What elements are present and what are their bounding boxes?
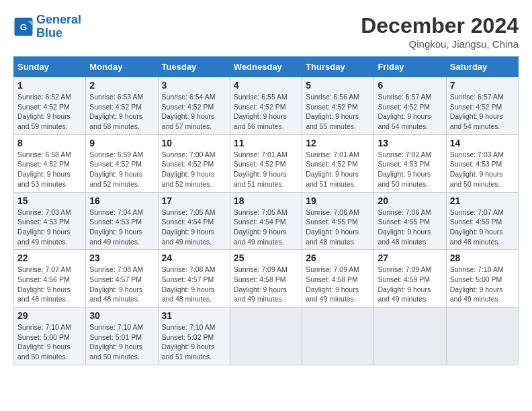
calendar-cell: 10 Sunrise: 7:00 AM Sunset: 4:52 PM Dayl… xyxy=(158,134,230,192)
week-row-5: 29 Sunrise: 7:10 AM Sunset: 5:00 PM Dayl… xyxy=(14,308,519,365)
calendar-cell xyxy=(446,308,518,365)
day-number: 19 xyxy=(306,195,370,206)
day-number: 9 xyxy=(89,138,154,148)
day-detail: Sunrise: 7:05 AM Sunset: 4:54 PM Dayligh… xyxy=(162,208,226,247)
day-number: 23 xyxy=(89,253,154,263)
day-detail: Sunrise: 7:07 AM Sunset: 4:55 PM Dayligh… xyxy=(450,208,515,247)
day-number: 8 xyxy=(17,138,82,148)
calendar-cell: 24 Sunrise: 7:08 AM Sunset: 4:57 PM Dayl… xyxy=(158,250,230,308)
day-detail: Sunrise: 6:54 AM Sunset: 4:52 PM Dayligh… xyxy=(162,92,226,132)
day-header-tuesday: Tuesday xyxy=(158,57,230,77)
calendar-cell: 26 Sunrise: 7:09 AM Sunset: 4:58 PM Dayl… xyxy=(302,250,374,308)
calendar-cell: 28 Sunrise: 7:10 AM Sunset: 5:00 PM Dayl… xyxy=(446,250,518,308)
calendar-cell: 17 Sunrise: 7:05 AM Sunset: 4:54 PM Dayl… xyxy=(158,192,230,250)
day-detail: Sunrise: 7:09 AM Sunset: 4:58 PM Dayligh… xyxy=(234,265,298,304)
calendar-cell: 9 Sunrise: 6:59 AM Sunset: 4:52 PM Dayli… xyxy=(86,134,158,192)
day-header-thursday: Thursday xyxy=(302,57,374,77)
day-detail: Sunrise: 7:10 AM Sunset: 5:01 PM Dayligh… xyxy=(89,322,154,362)
calendar-cell: 5 Sunrise: 6:56 AM Sunset: 4:52 PM Dayli… xyxy=(302,77,374,135)
logo-line1: General xyxy=(36,13,81,26)
calendar-cell: 14 Sunrise: 7:03 AM Sunset: 4:53 PM Dayl… xyxy=(446,134,518,192)
calendar-cell xyxy=(230,308,302,365)
day-number: 11 xyxy=(234,138,298,148)
calendar-cell: 7 Sunrise: 6:57 AM Sunset: 4:52 PM Dayli… xyxy=(446,77,518,135)
day-detail: Sunrise: 7:05 AM Sunset: 4:54 PM Dayligh… xyxy=(234,208,298,247)
calendar-cell: 15 Sunrise: 7:03 AM Sunset: 4:53 PM Dayl… xyxy=(14,192,86,250)
calendar-cell: 3 Sunrise: 6:54 AM Sunset: 4:52 PM Dayli… xyxy=(158,77,230,135)
day-header-sunday: Sunday xyxy=(14,57,86,77)
day-number: 27 xyxy=(378,253,442,263)
day-detail: Sunrise: 6:59 AM Sunset: 4:52 PM Dayligh… xyxy=(89,150,154,189)
day-number: 29 xyxy=(17,310,82,321)
day-detail: Sunrise: 6:57 AM Sunset: 4:52 PM Dayligh… xyxy=(378,92,442,132)
day-detail: Sunrise: 7:10 AM Sunset: 5:00 PM Dayligh… xyxy=(450,265,515,304)
day-number: 18 xyxy=(234,195,298,206)
calendar-cell: 11 Sunrise: 7:01 AM Sunset: 4:52 PM Dayl… xyxy=(230,134,302,192)
day-header-wednesday: Wednesday xyxy=(230,57,302,77)
day-detail: Sunrise: 7:03 AM Sunset: 4:53 PM Dayligh… xyxy=(450,150,515,189)
day-detail: Sunrise: 7:01 AM Sunset: 4:52 PM Dayligh… xyxy=(306,150,370,189)
day-detail: Sunrise: 7:10 AM Sunset: 5:00 PM Dayligh… xyxy=(17,322,82,362)
day-number: 6 xyxy=(378,80,442,91)
day-detail: Sunrise: 7:08 AM Sunset: 4:57 PM Dayligh… xyxy=(89,265,154,304)
day-header-saturday: Saturday xyxy=(446,57,518,77)
calendar-cell: 31 Sunrise: 7:10 AM Sunset: 5:02 PM Dayl… xyxy=(158,308,230,365)
day-detail: Sunrise: 7:01 AM Sunset: 4:52 PM Dayligh… xyxy=(234,150,298,189)
day-header-monday: Monday xyxy=(86,57,158,77)
calendar-cell xyxy=(302,308,374,365)
header: G General Blue December 2024 Qingkou, Ji… xyxy=(13,13,519,50)
calendar-cell: 2 Sunrise: 6:53 AM Sunset: 4:52 PM Dayli… xyxy=(86,77,158,135)
day-detail: Sunrise: 6:56 AM Sunset: 4:52 PM Dayligh… xyxy=(306,92,370,132)
day-number: 30 xyxy=(89,310,154,321)
day-detail: Sunrise: 7:09 AM Sunset: 4:58 PM Dayligh… xyxy=(306,265,370,304)
day-number: 31 xyxy=(162,310,226,321)
day-detail: Sunrise: 7:02 AM Sunset: 4:53 PM Dayligh… xyxy=(378,150,442,189)
day-number: 14 xyxy=(450,138,515,148)
day-detail: Sunrise: 7:03 AM Sunset: 4:53 PM Dayligh… xyxy=(17,208,82,247)
day-detail: Sunrise: 7:07 AM Sunset: 4:56 PM Dayligh… xyxy=(17,265,82,304)
day-number: 16 xyxy=(89,195,154,206)
day-number: 5 xyxy=(306,80,370,91)
day-detail: Sunrise: 7:08 AM Sunset: 4:57 PM Dayligh… xyxy=(162,265,226,304)
day-detail: Sunrise: 7:06 AM Sunset: 4:55 PM Dayligh… xyxy=(306,208,370,247)
day-number: 13 xyxy=(378,138,442,148)
week-row-1: 1 Sunrise: 6:52 AM Sunset: 4:52 PM Dayli… xyxy=(14,77,519,135)
day-number: 21 xyxy=(450,195,515,206)
day-header-friday: Friday xyxy=(374,57,446,77)
calendar-cell: 21 Sunrise: 7:07 AM Sunset: 4:55 PM Dayl… xyxy=(446,192,518,250)
day-number: 3 xyxy=(162,80,226,91)
day-detail: Sunrise: 7:10 AM Sunset: 5:02 PM Dayligh… xyxy=(162,322,226,362)
calendar-cell: 25 Sunrise: 7:09 AM Sunset: 4:58 PM Dayl… xyxy=(230,250,302,308)
calendar-cell: 18 Sunrise: 7:05 AM Sunset: 4:54 PM Dayl… xyxy=(230,192,302,250)
calendar-cell: 6 Sunrise: 6:57 AM Sunset: 4:52 PM Dayli… xyxy=(374,77,446,135)
day-number: 24 xyxy=(162,253,226,263)
day-detail: Sunrise: 6:52 AM Sunset: 4:52 PM Dayligh… xyxy=(17,92,82,132)
calendar-cell: 27 Sunrise: 7:09 AM Sunset: 4:59 PM Dayl… xyxy=(374,250,446,308)
location: Qingkou, Jiangsu, China xyxy=(361,38,519,50)
calendar-cell xyxy=(374,308,446,365)
day-detail: Sunrise: 7:04 AM Sunset: 4:53 PM Dayligh… xyxy=(89,208,154,247)
day-detail: Sunrise: 7:00 AM Sunset: 4:52 PM Dayligh… xyxy=(162,150,226,189)
day-number: 15 xyxy=(17,195,82,206)
calendar-cell: 22 Sunrise: 7:07 AM Sunset: 4:56 PM Dayl… xyxy=(14,250,86,308)
calendar-cell: 29 Sunrise: 7:10 AM Sunset: 5:00 PM Dayl… xyxy=(14,308,86,365)
day-detail: Sunrise: 6:53 AM Sunset: 4:52 PM Dayligh… xyxy=(89,92,154,132)
day-number: 28 xyxy=(450,253,515,263)
calendar-cell: 8 Sunrise: 6:58 AM Sunset: 4:52 PM Dayli… xyxy=(14,134,86,192)
title-area: December 2024 Qingkou, Jiangsu, China xyxy=(361,13,519,50)
calendar-cell: 23 Sunrise: 7:08 AM Sunset: 4:57 PM Dayl… xyxy=(86,250,158,308)
svg-text:G: G xyxy=(20,21,28,32)
day-number: 26 xyxy=(306,253,370,263)
calendar-cell: 1 Sunrise: 6:52 AM Sunset: 4:52 PM Dayli… xyxy=(14,77,86,135)
month-title: December 2024 xyxy=(361,13,519,38)
week-row-2: 8 Sunrise: 6:58 AM Sunset: 4:52 PM Dayli… xyxy=(14,134,519,192)
logo-icon: G xyxy=(13,17,34,37)
day-number: 1 xyxy=(17,80,82,91)
week-row-3: 15 Sunrise: 7:03 AM Sunset: 4:53 PM Dayl… xyxy=(14,192,519,250)
day-detail: Sunrise: 7:06 AM Sunset: 4:55 PM Dayligh… xyxy=(378,208,442,247)
day-detail: Sunrise: 6:57 AM Sunset: 4:52 PM Dayligh… xyxy=(450,92,515,132)
day-number: 22 xyxy=(17,253,82,263)
calendar-cell: 12 Sunrise: 7:01 AM Sunset: 4:52 PM Dayl… xyxy=(302,134,374,192)
calendar-cell: 16 Sunrise: 7:04 AM Sunset: 4:53 PM Dayl… xyxy=(86,192,158,250)
logo: G General Blue xyxy=(13,13,81,40)
